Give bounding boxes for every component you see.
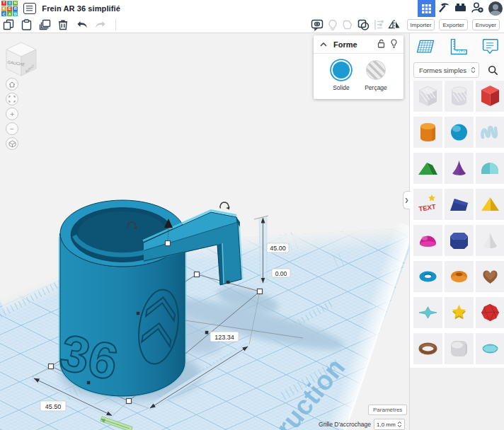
inspector-title: Forme — [333, 40, 357, 49]
svg-text:0.00: 0.00 — [275, 270, 287, 277]
shape-tile-roof[interactable] — [413, 153, 442, 184]
hole-label: Perçage — [365, 84, 387, 91]
paste-button[interactable] — [21, 19, 32, 30]
perspective-icon — [8, 140, 16, 148]
view-cube[interactable]: GAUCHE AVANT — [5, 41, 38, 78]
ruler-tool-icon[interactable] — [449, 38, 468, 59]
model-cylinder[interactable]: 36 — [55, 200, 185, 396]
logo-letter: R — [13, 6, 18, 11]
shape-tile-polygon[interactable] — [445, 225, 474, 256]
duplicate-button[interactable] — [39, 19, 51, 30]
settings-button[interactable]: Paramètres — [368, 405, 407, 415]
logo-letter: E — [7, 6, 12, 11]
workplane-tool-icon[interactable] — [416, 38, 435, 59]
shape-tile-scribble[interactable] — [476, 117, 504, 148]
snap-grid-select[interactable]: 1,0 mm — [374, 419, 405, 430]
brick-icon[interactable] — [454, 2, 466, 15]
shape-tile-pyramid[interactable] — [476, 189, 504, 220]
zoom-out-button[interactable]: − — [6, 122, 18, 135]
snap-grid-label: Grille D'accrochage — [319, 421, 371, 428]
logo-letter: T — [1, 1, 6, 6]
shape-tile-box[interactable] — [476, 81, 504, 112]
tinkercad-logo[interactable]: TINKERCAD — [1, 1, 18, 16]
shape-tile-dice[interactable] — [445, 333, 474, 364]
sidebar-collapse-tab[interactable]: ❯ — [403, 191, 410, 209]
logo-letter: D — [13, 11, 18, 16]
solid-swatch[interactable]: Solide — [330, 59, 353, 91]
svg-text:123.34: 123.34 — [214, 334, 234, 341]
shape-tile-icosahedron[interactable] — [476, 297, 504, 328]
svg-text:45.50: 45.50 — [45, 403, 62, 410]
import-button[interactable]: Importer — [407, 19, 435, 30]
lock-icon[interactable] — [377, 38, 385, 51]
shape-tile-wedge[interactable] — [445, 189, 474, 220]
app-header: TINKERCAD Frein AR 36 simplifié — [0, 0, 504, 17]
shape-tile-round-roof[interactable] — [476, 153, 504, 184]
undo-button[interactable] — [76, 21, 88, 30]
svg-text:45.00: 45.00 — [270, 245, 286, 252]
logo-letter: I — [7, 1, 12, 6]
select-caret-icon — [397, 422, 402, 427]
shape-tile-star-4[interactable] — [413, 297, 442, 328]
shape-tile-paraboloid[interactable] — [476, 225, 504, 256]
home-view-button[interactable] — [6, 78, 18, 91]
delete-button[interactable] — [58, 19, 68, 30]
shape-tile-donut[interactable] — [445, 261, 474, 292]
logo-letter: K — [1, 6, 6, 11]
copy-button[interactable] — [3, 19, 14, 30]
search-icon[interactable] — [488, 65, 498, 76]
shape-tile-heart[interactable] — [476, 261, 504, 292]
tinkercad-app: TINKERCAD Frein AR 36 simplifié — [0, 0, 504, 430]
shape-gallery: TEXT — [410, 78, 504, 368]
zoom-in-button[interactable]: ＋ — [6, 108, 18, 120]
shape-category-select[interactable]: Formes simples — [413, 62, 479, 78]
avatar[interactable] — [488, 1, 503, 16]
shape-outline-icon[interactable] — [342, 19, 353, 30]
logo-letter: A — [7, 11, 12, 16]
logo-letter: N — [13, 1, 18, 6]
bulb-icon[interactable] — [328, 19, 338, 31]
mirror-icon[interactable] — [388, 19, 401, 30]
visibility-bulb-icon[interactable] — [391, 38, 397, 51]
document-list-icon[interactable] — [23, 3, 36, 14]
add-user-icon[interactable] — [471, 1, 483, 16]
embossed-36: 36 — [55, 323, 122, 390]
home-icon — [8, 81, 16, 88]
redo-button[interactable] — [95, 21, 106, 30]
export-button[interactable]: Exporter — [439, 19, 467, 30]
logo-letter: C — [1, 11, 6, 16]
shape-tile-cone[interactable] — [445, 153, 474, 184]
main-toolbar: Importer Exporter Envoyer — [0, 17, 504, 33]
apps-grid-button[interactable] — [418, 0, 435, 17]
hole-pattern-circle — [366, 60, 386, 80]
spinner-icon — [471, 66, 476, 74]
collapse-caret-icon[interactable] — [320, 42, 327, 47]
fit-view-button[interactable] — [6, 93, 18, 105]
design-title[interactable]: Frein AR 36 simplifié — [42, 4, 120, 13]
shape-tile-star-5[interactable] — [445, 297, 474, 328]
hole-swatch[interactable]: Perçage — [365, 59, 387, 91]
shape-tile-cylinder[interactable] — [413, 117, 442, 148]
shapes-sidebar: Formes simples TEXT — [409, 33, 504, 430]
show-comments-icon[interactable] — [311, 19, 323, 31]
shape-tile-sphere[interactable] — [445, 117, 474, 148]
shape-tile-cylinder-hole[interactable] — [445, 81, 474, 112]
solid-color-circle — [333, 62, 350, 79]
align-icon[interactable] — [374, 19, 384, 30]
send-button[interactable]: Envoyer — [472, 19, 500, 30]
svg-text:TEXT: TEXT — [418, 202, 437, 212]
notes-tool-icon[interactable] — [481, 37, 498, 59]
shape-tile-half-sphere[interactable] — [413, 225, 442, 256]
group-icon[interactable] — [357, 19, 370, 30]
perspective-button[interactable] — [6, 137, 18, 150]
shape-tile-box-hole[interactable] — [413, 81, 442, 112]
fit-view-icon — [8, 95, 16, 103]
shape-tile-text[interactable]: TEXT — [413, 189, 442, 220]
shape-tile-torus[interactable] — [413, 261, 442, 292]
shape-tile-ring[interactable] — [413, 333, 442, 364]
grid-icon — [422, 4, 431, 13]
shape-tile-gem[interactable] — [476, 333, 504, 364]
solid-label: Solide — [333, 84, 350, 91]
3d-viewport[interactable]: Construction — [0, 33, 409, 430]
tools-pickaxe-icon[interactable] — [437, 1, 450, 16]
